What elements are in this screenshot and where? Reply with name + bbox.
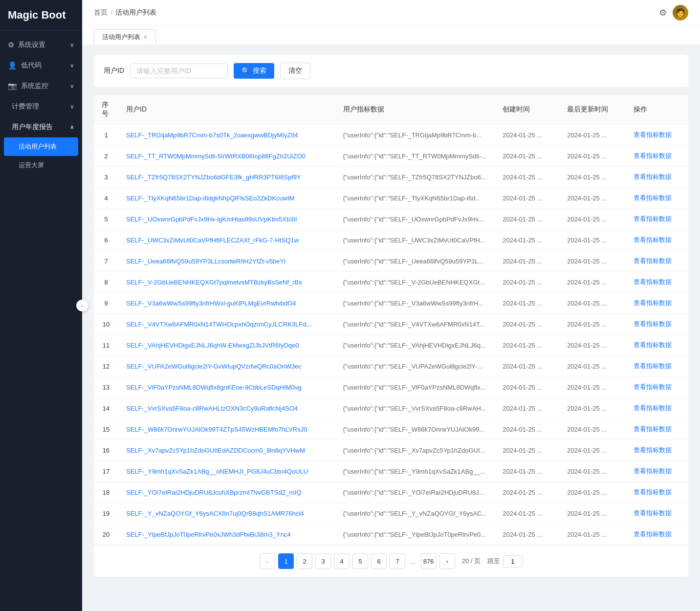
cell-created-5: 2024-01-25 ... (495, 209, 559, 230)
action-link-15[interactable]: 查看指标数据 (634, 425, 672, 433)
sidebar-item-operations-screen[interactable]: 运营大屏 (0, 156, 82, 175)
pagination-next[interactable]: › (439, 553, 455, 569)
sidebar-item-system-settings[interactable]: ⚙ 系统设置 ∨ (0, 35, 82, 55)
breadcrumb-home[interactable]: 首页 (94, 8, 108, 17)
table-row: 13 SELF-_VlF0aYPzsNML8DWqflx8gnKEoe-9Cbb… (94, 377, 688, 398)
cell-userid-17[interactable]: SELF-_Y9mh1qXvSaZk1ABg__oNEMHJI_PG8J4uCb… (118, 461, 335, 482)
action-link-9[interactable]: 查看指标数据 (634, 299, 672, 306)
pagination-page-876[interactable]: 876 (421, 553, 437, 569)
action-link-20[interactable]: 查看指标数据 (634, 530, 672, 538)
cell-metric-11: {"userInfo":{"id":"SELF-_VAhjHEVHDigxEJN… (335, 335, 495, 356)
cell-seq-8: 8 (94, 272, 118, 293)
cell-userid-18[interactable]: SELF-_YOi7eIRaI2HDjuDRU8JcuhXBprzmI7NvGB… (118, 482, 335, 503)
chevron-down-icon: ∨ (70, 103, 74, 110)
jumper-input[interactable] (503, 555, 523, 567)
action-link-17[interactable]: 查看指标数据 (634, 467, 672, 475)
pagination-page-3[interactable]: 3 (315, 553, 331, 569)
sidebar-menu: ⚙ 系统设置 ∨ 👤 低代码 ∨ 📷 系统监控 ∨ 计费管理 (0, 31, 82, 611)
cell-updated-19: 2024-01-25 ... (559, 503, 625, 524)
cell-action-14: 查看指标数据 (626, 398, 688, 419)
action-link-8[interactable]: 查看指标数据 (634, 278, 672, 285)
sidebar-item-label: 系统设置 (18, 41, 45, 49)
cell-created-19: 2024-01-25 ... (495, 503, 559, 524)
action-link-12[interactable]: 查看指标数据 (634, 362, 672, 370)
action-link-16[interactable]: 查看指标数据 (634, 446, 672, 454)
cell-metric-18: {"userInfo":{"id":"SELF-_YOi7eIRaI2HDjuD… (335, 482, 495, 503)
cell-userid-4[interactable]: SELF-_TtyXKqN65br1Dap-i6dgkNhpQlFlsSEo2Z… (118, 188, 335, 209)
settings-icon[interactable]: ⚙ (659, 7, 667, 18)
gear-icon: ⚙ (8, 41, 14, 49)
cell-userid-5[interactable]: SELF-_UOxwnrGpbPdFvJx9Hx-lgKmHtas89sUVpK… (118, 209, 335, 230)
pagination-page-4[interactable]: 4 (334, 553, 350, 569)
action-link-14[interactable]: 查看指标数据 (634, 404, 672, 412)
col-updated: 最后更新时间 (559, 95, 625, 125)
col-seq: 序号 (94, 95, 118, 125)
action-link-4[interactable]: 查看指标数据 (634, 194, 672, 201)
cell-userid-12[interactable]: SELF-_VUPA2eWGul8gcle2lY-GvWIupQVzrfwQRc… (118, 356, 335, 377)
action-link-1[interactable]: 查看指标数据 (634, 131, 672, 138)
cell-userid-10[interactable]: SELF-_V4VTXw6AFMR0xN14TWHOcpxhOqzImCyJLC… (118, 314, 335, 335)
clear-button[interactable]: 清空 (280, 63, 310, 79)
cell-created-8: 2024-01-25 ... (495, 272, 559, 293)
action-link-3[interactable]: 查看指标数据 (634, 173, 672, 180)
action-link-2[interactable]: 查看指标数据 (634, 152, 672, 159)
cell-updated-13: 2024-01-25 ... (559, 377, 625, 398)
cell-userid-9[interactable]: SELF-_V3a6wWwSs99fty3nfrHWxl-guKtPLMgEvr… (118, 293, 335, 314)
search-input[interactable] (130, 64, 228, 78)
action-link-19[interactable]: 查看指标数据 (634, 509, 672, 517)
cell-userid-15[interactable]: SELF-_W86k7OnrwYUJAlOk99T4ZTpS45WzHBEMfo… (118, 419, 335, 440)
pagination-page-6[interactable]: 6 (371, 553, 387, 569)
pagination-page-1[interactable]: 1 (278, 553, 294, 569)
cell-userid-7[interactable]: SELF-_Ueea66lfvQ59u59YP3LLcsorlwRIIH2YfZ… (118, 251, 335, 272)
tab-label: 活动用户列表 (102, 33, 140, 42)
sidebar-item-billing[interactable]: 计费管理 ∨ (0, 96, 82, 117)
cell-action-3: 查看指标数据 (626, 167, 688, 188)
tab-close-icon[interactable]: ✕ (143, 34, 148, 41)
main-content: 首页 / 活动用户列表 ⚙ 🧑 活动用户列表 ✕ 用户ID 🔍 搜索 清空 (82, 0, 700, 611)
pagination-prev[interactable]: ‹ (260, 553, 275, 569)
cell-userid-2[interactable]: SELF-_TT_RTW0MpMmmySdli-5IrWtRXB06Iop86F… (118, 146, 335, 167)
cell-action-10: 查看指标数据 (626, 314, 688, 335)
cell-userid-13[interactable]: SELF-_VlF0aYPzsNML8DWqflx8gnKEoe-9CbbLeS… (118, 377, 335, 398)
sidebar: Magic Boot ⚙ 系统设置 ∨ 👤 低代码 ∨ 📷 系统监控 ∨ (0, 0, 82, 611)
pagination-page-7[interactable]: 7 (390, 553, 405, 569)
action-link-6[interactable]: 查看指标数据 (634, 236, 672, 243)
cell-userid-8[interactable]: SELF-_V-2GbUeBENHKEQXGt7pqlmelvsMTBzkyBs… (118, 272, 335, 293)
sidebar-item-system-monitor[interactable]: 📷 系统监控 ∨ (0, 76, 82, 96)
cell-metric-12: {"userInfo":{"id":"SELF-_VUPA2eWGul8gcle… (335, 356, 495, 377)
cell-userid-3[interactable]: SELF-_TZfr5Q78SX2TYNJZbo6dGFE3fk_gHRR3PT… (118, 167, 335, 188)
sidebar-item-label: 计费管理 (12, 102, 39, 111)
sidebar-sub-item-label: 活动用户列表 (19, 143, 57, 150)
cell-userid-19[interactable]: SELF-_Y_vNZaQOYGf_Y6ysACX8n7uj0QrB8qhS1A… (118, 503, 335, 524)
sidebar-item-active-user-list[interactable]: 活动用户列表 (4, 137, 78, 156)
action-link-10[interactable]: 查看指标数据 (634, 320, 672, 327)
sidebar-collapse-button[interactable]: ‹ (76, 300, 88, 311)
sidebar-item-user-annual-report[interactable]: 用户年度报告 ∧ (0, 117, 82, 137)
sidebar-item-label: 系统监控 (21, 82, 48, 90)
cell-userid-14[interactable]: SELF-_VvrSXva5F8oa-c8RwAHLtzOXN3cCy9uRaf… (118, 398, 335, 419)
table-row: 16 SELF-_Xv7apvZc5Yp1hZdoGUIIEdAZDDCocm0… (94, 440, 688, 461)
tab-active-user-list[interactable]: 活动用户列表 ✕ (94, 29, 156, 44)
cell-userid-20[interactable]: SELF-_YlpeBfJpJoT0peRlrvPe0xJWh3dFfwBiJi… (118, 524, 335, 545)
pagination-page-2[interactable]: 2 (297, 553, 312, 569)
col-metric: 用户指标数据 (335, 95, 495, 125)
breadcrumb: 首页 / 活动用户列表 (94, 8, 156, 17)
search-button[interactable]: 🔍 搜索 (234, 63, 274, 79)
sidebar-item-low-code[interactable]: 👤 低代码 ∨ (0, 55, 82, 76)
cell-userid-16[interactable]: SELF-_Xv7apvZc5Yp1hZdoGUIIEdAZDDCocm0_8l… (118, 440, 335, 461)
cell-updated-3: 2024-01-25 ... (559, 167, 625, 188)
cell-updated-15: 2024-01-25 ... (559, 419, 625, 440)
cell-action-16: 查看指标数据 (626, 440, 688, 461)
cell-userid-6[interactable]: SELF-_UWC3xZiMvUt0CaVPfHfiFLECZAXf_rFkG-… (118, 230, 335, 251)
cell-userid-1[interactable]: SELF-_TRGIjaMp9bR7Cmm-b7s0Tk_2oaexgwwBDj… (118, 125, 335, 146)
action-link-13[interactable]: 查看指标数据 (634, 383, 672, 391)
action-link-5[interactable]: 查看指标数据 (634, 215, 672, 222)
cell-metric-10: {"userInfo":{"id":"SELF-_V4VTXw6AFMR0xN1… (335, 314, 495, 335)
cell-userid-11[interactable]: SELF-_VAhjHEVHDigxEJNLJ6qhW-EMwxgZIJbJVt… (118, 335, 335, 356)
action-link-11[interactable]: 查看指标数据 (634, 341, 672, 349)
avatar[interactable]: 🧑 (673, 5, 688, 21)
cell-metric-1: {"userInfo":{"id":"SELF-_TRGIjaMp9bR7Cmm… (335, 125, 495, 146)
action-link-18[interactable]: 查看指标数据 (634, 488, 672, 496)
pagination-page-5[interactable]: 5 (352, 553, 368, 569)
action-link-7[interactable]: 查看指标数据 (634, 257, 672, 264)
